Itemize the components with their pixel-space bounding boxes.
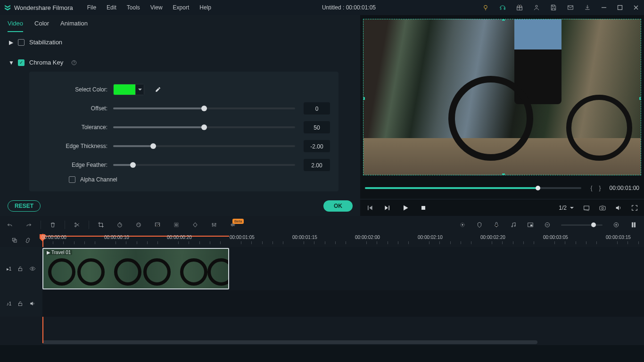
zoom-out-icon[interactable] — [544, 222, 551, 228]
marker-icon[interactable] — [476, 222, 483, 228]
delete-icon[interactable] — [50, 222, 56, 228]
value-edge-thickness[interactable]: -2.00 — [304, 140, 330, 152]
mark-in-icon[interactable]: { — [590, 185, 594, 191]
crop-icon[interactable] — [98, 222, 104, 228]
window-maximize[interactable] — [617, 4, 623, 11]
headphones-icon[interactable] — [499, 4, 506, 11]
value-edge-feather[interactable]: 2.00 — [304, 159, 330, 171]
value-offset[interactable]: 0 — [304, 102, 330, 115]
render-icon[interactable] — [459, 222, 466, 228]
pip-icon[interactable] — [527, 222, 534, 228]
greenscreen-icon[interactable] — [154, 222, 161, 228]
stop-icon[interactable] — [420, 204, 427, 212]
redo-icon[interactable] — [25, 222, 32, 228]
record-icon[interactable] — [493, 222, 500, 228]
collapse-chroma[interactable]: ▼ — [8, 59, 13, 66]
menu-help[interactable]: Help — [195, 2, 216, 13]
step-fwd-icon[interactable] — [384, 204, 391, 212]
video-track-body[interactable]: ▶Travel 01 — [42, 247, 644, 290]
mixer-icon[interactable] — [211, 222, 217, 228]
row-alpha-channel: Alpha Channel — [38, 176, 330, 183]
link-track-icon[interactable] — [25, 237, 31, 244]
bulb-icon[interactable] — [482, 4, 489, 11]
speaker-icon[interactable] — [29, 300, 36, 307]
checkbox-chroma[interactable] — [18, 59, 25, 66]
slider-edge-feather[interactable] — [113, 164, 295, 166]
section-chroma-key: ▼ Chroma Key ? Select Color: Offset: — [0, 52, 360, 197]
ruler-label: 00:00:00:10 — [104, 235, 129, 240]
audio-visualizer-icon[interactable]: Beta — [230, 222, 248, 228]
time-ruler[interactable]: 00:00:00:0000:00:00:1000:00:00:2000:00:0… — [42, 234, 644, 247]
tab-video[interactable]: Video — [8, 20, 23, 32]
zoom-in-icon[interactable] — [613, 222, 619, 228]
lock-icon[interactable] — [17, 265, 24, 272]
zoom-fit-icon[interactable] — [630, 221, 637, 229]
preview-scale[interactable]: 1/2 — [559, 205, 574, 211]
music-icon[interactable] — [510, 222, 517, 228]
zoom-slider[interactable] — [561, 224, 603, 226]
undo-icon[interactable] — [7, 222, 13, 228]
snapshot-icon[interactable] — [599, 204, 606, 212]
save-icon[interactable] — [550, 4, 557, 11]
audio-track-body[interactable] — [42, 290, 644, 317]
eye-icon[interactable] — [29, 265, 36, 272]
expand-stabilization[interactable]: ▶ — [8, 39, 13, 46]
user-icon[interactable] — [533, 4, 540, 11]
fullscreen-icon[interactable] — [631, 204, 638, 212]
menu-export[interactable]: Export — [168, 2, 194, 13]
svg-rect-28 — [530, 224, 532, 226]
duplicate-track-icon[interactable] — [11, 237, 18, 244]
play-icon[interactable] — [402, 204, 409, 212]
keyframe-icon[interactable] — [192, 222, 198, 228]
help-icon[interactable]: ? — [71, 59, 77, 66]
property-tabs: Video Color Animation — [0, 15, 360, 32]
checkbox-alpha[interactable] — [69, 176, 75, 183]
menu-file[interactable]: File — [83, 2, 101, 13]
step-back-icon[interactable] — [366, 204, 373, 212]
checkbox-stabilization[interactable] — [18, 39, 25, 46]
eyedropper-icon[interactable] — [155, 86, 161, 93]
preview-progress[interactable] — [365, 187, 581, 189]
label-stabilization: Stabilization — [29, 39, 62, 46]
color-dropdown-icon[interactable] — [135, 84, 144, 95]
volume-icon[interactable] — [615, 204, 622, 212]
ok-button[interactable]: OK — [323, 200, 353, 212]
ruler-label: 00:00:02:00 — [355, 235, 380, 240]
ruler-label: 00:00:00:20 — [167, 235, 192, 240]
mail-icon[interactable] — [567, 4, 574, 11]
gift-icon[interactable] — [516, 4, 523, 11]
mark-out-icon[interactable]: } — [598, 185, 602, 191]
video-clip[interactable]: ▶Travel 01 — [42, 248, 229, 289]
svg-rect-4 — [618, 6, 622, 10]
color-picker[interactable] — [113, 84, 144, 95]
color-icon[interactable] — [135, 222, 142, 228]
menu-edit[interactable]: Edit — [102, 2, 121, 13]
svg-point-23 — [215, 223, 216, 224]
menu-tools[interactable]: Tools — [122, 2, 145, 13]
tab-color[interactable]: Color — [34, 20, 49, 32]
menu-view[interactable]: View — [146, 2, 167, 13]
value-tolerance[interactable]: 50 — [304, 121, 330, 133]
speed-icon[interactable] — [116, 222, 123, 228]
color-swatch[interactable] — [114, 84, 135, 95]
slider-edge-thickness[interactable] — [113, 145, 295, 147]
app-logo-icon — [4, 4, 11, 11]
fit-icon[interactable] — [173, 222, 180, 228]
reset-button[interactable]: RESET — [8, 200, 41, 212]
svg-point-11 — [75, 226, 76, 227]
slider-tolerance[interactable] — [113, 126, 295, 128]
lock-icon[interactable] — [17, 300, 24, 307]
tab-animation[interactable]: Animation — [60, 20, 88, 32]
svg-rect-35 — [19, 268, 22, 271]
window-close[interactable] — [633, 4, 639, 11]
download-icon[interactable] — [584, 4, 591, 11]
preview-viewport[interactable] — [361, 17, 643, 177]
timeline-scrollbar[interactable] — [0, 339, 644, 345]
svg-rect-20 — [175, 224, 177, 226]
ruler-label: 00:00:02:20 — [480, 235, 505, 240]
quality-icon[interactable] — [583, 204, 590, 212]
row-edge-thickness: Edge Thickness: -2.00 — [38, 137, 330, 156]
slider-offset[interactable] — [113, 107, 295, 109]
cut-icon[interactable] — [74, 222, 80, 228]
window-minimize[interactable] — [601, 4, 607, 11]
